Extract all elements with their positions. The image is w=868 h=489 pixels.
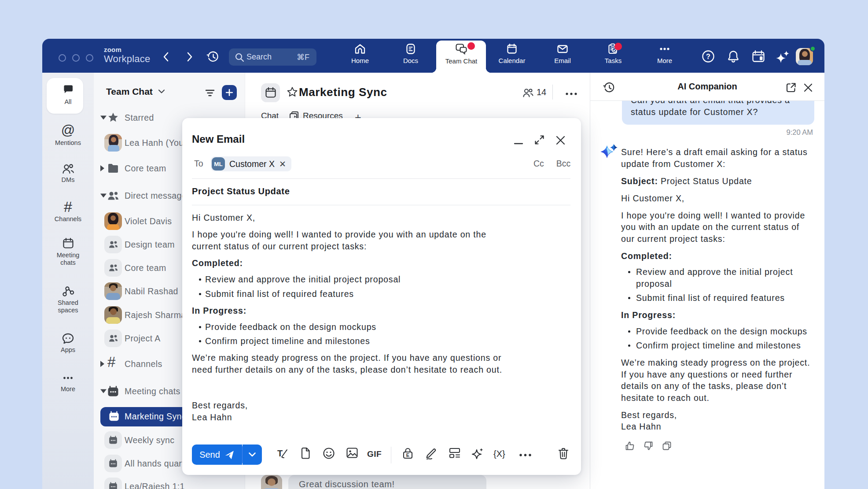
svg-text:?: ? (706, 53, 710, 60)
svg-text:E: E (406, 452, 409, 458)
